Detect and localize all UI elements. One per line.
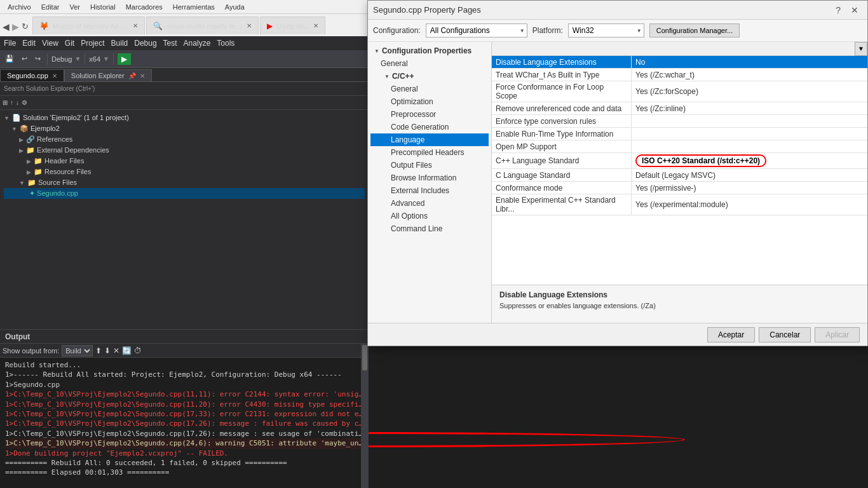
tree-preprocessor-label: Preprocessor (391, 110, 436, 119)
platform-select[interactable]: Win32 (568, 24, 644, 37)
prop-key-5: Enable Run-Time Type Information (492, 128, 632, 140)
dialog-close-button[interactable]: ✕ (847, 4, 862, 17)
dialog-footer: Aceptar Cancelar Aplicar (368, 323, 867, 346)
prop-key-0: Disable Language Extensions (492, 56, 632, 68)
tree-general-cpp[interactable]: General (370, 83, 489, 95)
prop-val-10: Yes (/experimental:module) (632, 194, 867, 215)
prop-row-3[interactable]: Remove unreferenced code and data Yes (/… (492, 102, 867, 115)
dialog-props: ▼ Disable Language Extensions No Treat W… (492, 42, 867, 323)
prop-row-0[interactable]: Disable Language Extensions No (492, 56, 867, 69)
tree-language-label: Language (391, 135, 424, 144)
dialog-description: Disable Language Extensions Suppresses o… (492, 285, 867, 323)
property-pages-dialog: Segundo.cpp Property Pages ? ✕ Configura… (367, 0, 868, 346)
dialog-tree: ▼ Configuration Properties General ▼ C/C… (368, 42, 492, 323)
tree-all-options[interactable]: All Options (370, 210, 489, 222)
dialog-desc-text: Suppresses or enables language extension… (499, 302, 860, 309)
config-select[interactable]: All Configurations (426, 24, 527, 37)
dialog-title: Segundo.cpp Property Pages (373, 5, 481, 15)
tree-general[interactable]: General (370, 57, 489, 70)
prop-key-2: Force Conformance in For Loop Scope (492, 81, 632, 102)
prop-row-1[interactable]: Treat WChar_t As Built in Type Yes (/Zc:… (492, 69, 867, 81)
tree-advanced-label: Advanced (391, 199, 424, 208)
tree-cpp-label: C/C++ (392, 72, 414, 81)
tree-cpp[interactable]: ▼ C/C++ (370, 70, 489, 83)
prop-row-4[interactable]: Enforce type conversion rules (492, 115, 867, 128)
prop-key-4: Enforce type conversion rules (492, 115, 632, 127)
platform-label: Platform: (532, 26, 563, 35)
cpp-standard-highlight: ISO C++20 Standard (/std:c++20) (635, 154, 766, 167)
prop-key-3: Remove unreferenced code and data (492, 102, 632, 114)
config-select-wrapper: All Configurations (426, 24, 527, 37)
dialog-overlay: Segundo.cpp Property Pages ? ✕ Configura… (0, 0, 868, 488)
prop-val-9: Yes (/permissive-) (632, 182, 867, 194)
cancel-button[interactable]: Cancelar (759, 327, 811, 342)
tree-language[interactable]: Language (370, 133, 489, 146)
prop-val-0: No (632, 56, 867, 68)
tree-output-files-label: Output Files (391, 161, 432, 170)
apply-button[interactable]: Aplicar (815, 327, 860, 342)
prop-key-8: C Language Standard (492, 169, 632, 181)
prop-key-10: Enable Experimental C++ Standard Libr... (492, 194, 632, 215)
tree-external-includes-label: External Includes (391, 186, 449, 195)
dialog-controls: ? ✕ (832, 4, 862, 17)
tree-config-props[interactable]: ▼ Configuration Properties (370, 44, 489, 57)
prop-key-9: Conformance mode (492, 182, 632, 194)
prop-val-4 (632, 115, 867, 127)
tree-general-cpp-label: General (391, 85, 418, 93)
prop-val-3: Yes (/Zc:inline) (632, 102, 867, 114)
prop-val-6 (632, 140, 867, 152)
tree-code-gen-label: Code Generation (391, 123, 449, 132)
prop-key-6: Open MP Support (492, 140, 632, 152)
config-manager-button[interactable]: Configuration Manager... (649, 24, 740, 37)
prop-row-2[interactable]: Force Conformance in For Loop Scope Yes … (492, 81, 867, 102)
prop-val-1: Yes (/Zc:wchar_t) (632, 69, 867, 81)
prop-row-5[interactable]: Enable Run-Time Type Information (492, 128, 867, 140)
accept-button[interactable]: Aceptar (707, 327, 755, 342)
config-label: Configuration: (373, 26, 421, 35)
props-header-bar: ▼ (492, 42, 867, 56)
tree-advanced[interactable]: Advanced (370, 197, 489, 210)
tree-external-includes[interactable]: External Includes (370, 184, 489, 197)
prop-val-7: ISO C++20 Standard (/std:c++20) (632, 153, 867, 168)
tree-browse-info-label: Browse Information (391, 173, 456, 182)
tree-optimization[interactable]: Optimization (370, 95, 489, 108)
prop-val-8: Default (Legacy MSVC) (632, 169, 867, 181)
prop-row-7[interactable]: C++ Language Standard ISO C++20 Standard… (492, 153, 867, 169)
prop-row-8[interactable]: C Language Standard Default (Legacy MSVC… (492, 169, 867, 182)
tree-general-label: General (381, 59, 408, 68)
tree-precompiled[interactable]: Precompiled Headers (370, 146, 489, 159)
dialog-desc-title: Disable Language Extensions (499, 290, 860, 299)
tree-optimization-label: Optimization (391, 97, 433, 106)
tree-output-files[interactable]: Output Files (370, 159, 489, 172)
dialog-titlebar: Segundo.cpp Property Pages ? ✕ (368, 1, 867, 20)
tree-command-line[interactable]: Command Line (370, 222, 489, 235)
tree-config-props-label: Configuration Properties (382, 46, 471, 55)
prop-val-2: Yes (/Zc:forScope) (632, 81, 867, 102)
dialog-body: ▼ Configuration Properties General ▼ C/C… (368, 42, 867, 323)
prop-row-6[interactable]: Open MP Support (492, 140, 867, 153)
tree-all-options-label: All Options (391, 212, 428, 220)
prop-val-5 (632, 128, 867, 140)
props-table: Disable Language Extensions No Treat WCh… (492, 56, 867, 285)
tree-code-gen[interactable]: Code Generation (370, 121, 489, 133)
prop-key-1: Treat WChar_t As Built in Type (492, 69, 632, 81)
prop-key-7: C++ Language Standard (492, 153, 632, 168)
dialog-config-bar: Configuration: All Configurations Platfo… (368, 20, 867, 42)
dialog-help-button[interactable]: ? (832, 4, 844, 17)
tree-browse-info[interactable]: Browse Information (370, 172, 489, 184)
tree-precompiled-label: Precompiled Headers (391, 148, 464, 157)
tree-preprocessor[interactable]: Preprocessor (370, 108, 489, 121)
prop-row-10[interactable]: Enable Experimental C++ Standard Libr...… (492, 194, 867, 215)
props-dropdown-btn[interactable]: ▼ (855, 42, 867, 56)
prop-row-9[interactable]: Conformance mode Yes (/permissive-) (492, 182, 867, 194)
tree-command-line-label: Command Line (391, 224, 442, 233)
platform-select-wrapper: Win32 (568, 24, 644, 37)
